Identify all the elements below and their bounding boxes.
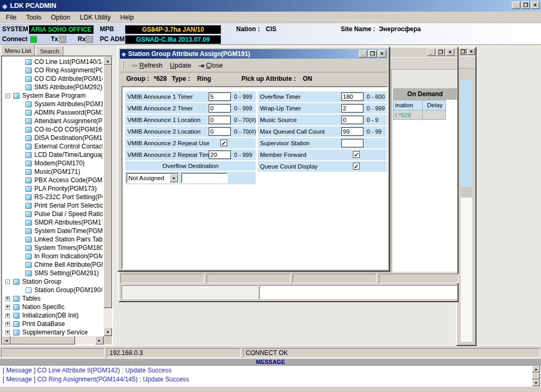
program-icon — [25, 237, 32, 242]
tree-item[interactable]: LCD Date/Time/Language D — [3, 151, 102, 159]
restore-button-icon[interactable]: ❐ — [368, 50, 377, 58]
tree-item[interactable]: External Control Contact(P — [3, 142, 102, 151]
tree-horizontal-scrollbar[interactable]: ◄ ► — [2, 336, 104, 344]
tree-item[interactable]: Chime Bell Attribute(PGM18 — [3, 260, 102, 269]
message-vertical-scrollbar[interactable]: ▲ ▼ — [532, 366, 540, 386]
tree-item[interactable]: System Timers(PGM180-182 — [3, 244, 102, 252]
tree-item[interactable]: + Initialization(DB Init) — [3, 311, 102, 320]
tree-item[interactable]: CO-to-CO COS(PGM166) — [3, 125, 102, 134]
mpb-display: GS84P-3.7ha JAN/10 — [125, 25, 221, 34]
close-button-icon[interactable]: × — [378, 50, 386, 58]
menu-item[interactable]: LDK Utility — [75, 13, 115, 22]
toolbar-grip[interactable] — [122, 61, 124, 70]
field-checkbox[interactable]: ✓ — [353, 163, 360, 170]
overflow-destination-select[interactable]: Not Assigned ▼ — [126, 173, 179, 183]
restore-button-icon[interactable]: ❐ — [459, 48, 467, 55]
scroll-left-icon[interactable]: ◄ — [2, 336, 11, 344]
menu-item[interactable]: Tools — [21, 13, 46, 22]
tree-item[interactable]: PLA Priority(PGM173) — [3, 184, 102, 193]
scroll-down-icon[interactable]: ▼ — [104, 328, 112, 336]
tree-item[interactable]: Music(PGM171) — [3, 167, 102, 176]
tree-item[interactable]: - Station Group — [3, 277, 102, 286]
scroll-up-icon[interactable]: ▲ — [532, 366, 540, 372]
tree-item[interactable]: System Attributes(PGM160 — [3, 100, 102, 108]
field-checkbox[interactable]: ✓ — [220, 139, 227, 146]
field-input[interactable]: 20 — [209, 151, 231, 159]
minimize-button-icon[interactable]: _ — [427, 49, 435, 56]
tree-item[interactable]: In Room Indication(PGM183 — [3, 252, 102, 260]
tree-item[interactable]: DISA Destination(PGM167) — [3, 134, 102, 142]
status-pane — [207, 274, 291, 283]
update-button[interactable]: Update — [166, 61, 195, 70]
tree-item[interactable]: SMS Attribute(PGM292) — [3, 83, 102, 91]
restore-button-icon[interactable]: ❐ — [521, 2, 530, 9]
field-input[interactable]: 2 — [341, 104, 363, 113]
tree-item[interactable]: PBX Access Code(PGM172) — [3, 176, 102, 184]
close-button-icon[interactable]: × — [446, 49, 454, 56]
expander-icon[interactable]: + — [5, 322, 10, 326]
close-button-icon[interactable]: × — [531, 2, 539, 9]
tree-item[interactable]: CO Ring Assignment(PGM14 — [3, 66, 102, 74]
tree-item[interactable]: SMS Setting(PGM291) — [3, 269, 102, 277]
tree-item[interactable]: System Date/Time(PGM178 — [3, 227, 102, 235]
tree-item[interactable]: Station Group(PGM190/191 — [3, 286, 102, 294]
field-input[interactable]: 0 — [209, 127, 231, 136]
table-row[interactable]: t *628 — [393, 110, 457, 120]
message-panel-footer — [0, 386, 541, 392]
dropdown-arrow-icon[interactable]: ▼ — [170, 174, 178, 182]
scroll-up-icon[interactable]: ▲ — [104, 57, 112, 65]
tree-item[interactable]: + Nation Specific — [3, 303, 102, 311]
scroll-down-icon[interactable]: ▼ — [532, 379, 540, 386]
expander-icon[interactable]: + — [5, 296, 10, 301]
expander-icon[interactable]: + — [5, 305, 10, 310]
tree-item[interactable]: ADMIN Password(PGM162) — [3, 108, 102, 117]
scrollbar-thumb[interactable] — [104, 65, 112, 308]
tree-item[interactable]: CO CID Attribute(PGM147) — [3, 74, 102, 83]
refresh-button[interactable]: ⇦ Refresh — [128, 61, 166, 70]
minimize-button-icon[interactable]: _ — [359, 50, 367, 58]
menu-item[interactable]: Help — [116, 13, 139, 22]
tab-search[interactable]: Search — [36, 46, 63, 55]
restore-button-icon[interactable]: ❐ — [436, 49, 445, 56]
field-input[interactable] — [341, 139, 363, 147]
tree-vertical-scrollbar[interactable]: ▲ ▼ — [104, 57, 112, 336]
tree-item[interactable]: RS-232C Port Setting(PGM1 — [3, 193, 102, 201]
menu-item[interactable]: File — [1, 13, 21, 22]
menu-item[interactable]: Option — [46, 13, 75, 22]
tree-item[interactable]: Attendant Assignment(PGM — [3, 117, 102, 125]
tree-item[interactable]: Pulse Dial / Speed Ratio(PG — [3, 210, 102, 218]
tree-item[interactable]: + Print DataBase — [3, 320, 102, 328]
field-input[interactable]: 99 — [341, 127, 363, 136]
column-header[interactable]: Delay — [423, 100, 446, 110]
scroll-right-icon[interactable]: ► — [95, 336, 104, 344]
field-input[interactable]: 0 — [209, 104, 231, 113]
tree-item[interactable]: Linked Station Pairs Table(P — [3, 235, 102, 244]
field-label: Overflow Timer — [260, 91, 301, 102]
close-button[interactable]: ⇥ Close — [195, 61, 227, 70]
expander-icon[interactable]: - — [5, 279, 10, 284]
tree-item[interactable]: SMDR Attributes(PGM177) — [3, 218, 102, 227]
field-input[interactable]: 0 — [209, 116, 231, 124]
tree-item[interactable]: + Supplementary Service — [3, 328, 102, 336]
tree-item[interactable]: Modem(PGM170) — [3, 159, 102, 167]
scrollbar-thumb[interactable] — [532, 372, 540, 379]
close-button-icon[interactable]: × — [468, 48, 475, 55]
column-header[interactable]: ination — [393, 100, 423, 110]
tree-item[interactable]: CO Line List(PGM140/141/1 — [3, 58, 102, 66]
overflow-destination-input[interactable] — [181, 173, 228, 183]
expander-icon[interactable]: + — [5, 313, 10, 318]
tree-item[interactable]: Print Serial Port Selection(P — [3, 201, 102, 210]
field-input[interactable]: 180 — [341, 92, 363, 101]
scrollbar-thumb[interactable] — [11, 336, 75, 344]
field-input[interactable]: 5 — [209, 92, 231, 101]
tree-item[interactable]: - System Base Program — [3, 91, 102, 100]
tree-item[interactable]: + Tables — [3, 294, 102, 303]
field-input[interactable]: 0 — [341, 116, 363, 124]
expander-icon[interactable]: + — [5, 330, 10, 335]
field-range: 0 - 999 — [367, 103, 385, 114]
expander-icon[interactable]: - — [5, 94, 10, 98]
field-checkbox[interactable]: ✓ — [353, 151, 360, 158]
minimize-button-icon[interactable]: _ — [512, 2, 520, 9]
tab-menu-list[interactable]: Menu List — [1, 45, 35, 55]
dialog-title-bar[interactable]: ◆ Station Group Attribute Assign(PGM191)… — [120, 49, 387, 59]
